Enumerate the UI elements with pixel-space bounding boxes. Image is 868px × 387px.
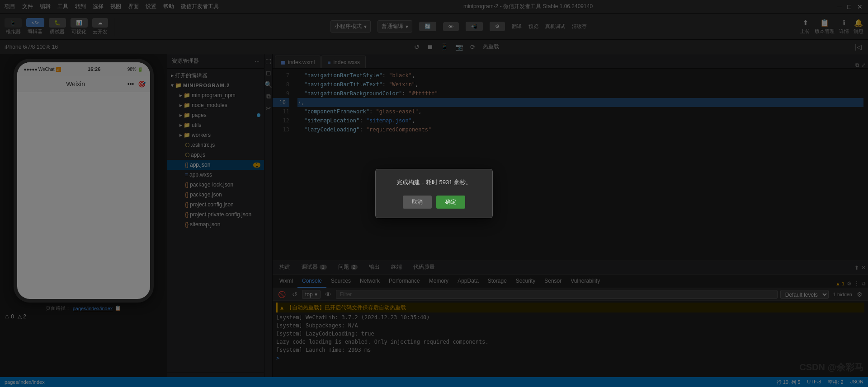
dialog-overlay: 完成构建，耗时 5931 毫秒。 取消 确定 [0,0,868,387]
dialog-confirm-button[interactable]: 确定 [436,196,465,209]
dialog-message: 完成构建，耗时 5931 毫秒。 [385,178,483,187]
dialog-cancel-button[interactable]: 取消 [403,196,432,209]
build-complete-dialog: 完成构建，耗时 5931 毫秒。 取消 确定 [375,169,493,218]
dialog-buttons: 取消 确定 [385,196,483,209]
